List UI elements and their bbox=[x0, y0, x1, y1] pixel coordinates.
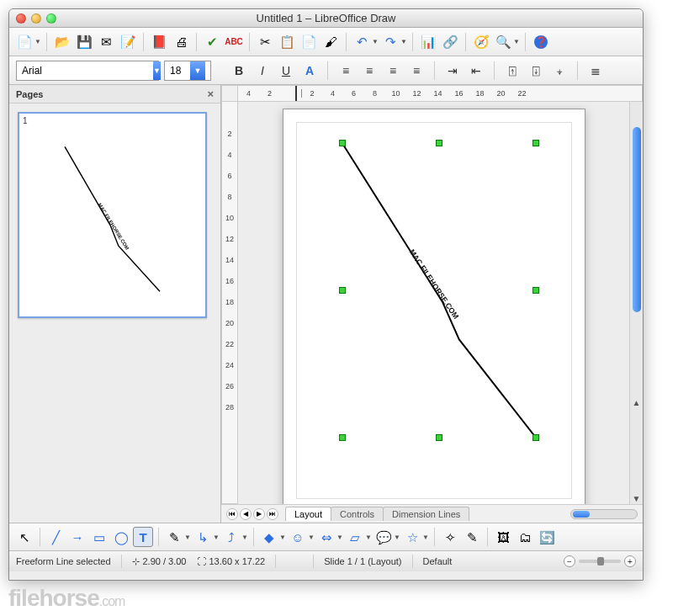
email-button[interactable]: ✉ bbox=[96, 32, 116, 52]
block-arrows-tool[interactable]: ⇔ bbox=[316, 527, 336, 547]
align-right-button[interactable]: ≡ bbox=[384, 61, 402, 80]
font-name-combo[interactable]: ▼ bbox=[16, 61, 159, 81]
drawing-page[interactable]: MAC.FILEHORSE.COM bbox=[283, 109, 585, 504]
dropdown-icon[interactable]: ▼ bbox=[213, 534, 220, 541]
selection-handle[interactable] bbox=[339, 140, 346, 146]
from-file-button[interactable]: 🖼 bbox=[493, 527, 513, 547]
titlebar[interactable]: Untitled 1 – LibreOffice Draw bbox=[9, 9, 643, 28]
last-tab-button[interactable]: ⏭ bbox=[267, 508, 278, 520]
ellipse-tool[interactable]: ◯ bbox=[111, 527, 131, 547]
selection-handle[interactable] bbox=[339, 287, 346, 294]
zoom-in-button[interactable]: + bbox=[624, 555, 636, 567]
dropdown-icon[interactable]: ▼ bbox=[372, 38, 379, 45]
tab-dimension-lines[interactable]: Dimension Lines bbox=[383, 507, 469, 521]
font-name-input[interactable] bbox=[17, 61, 153, 80]
bold-button[interactable]: B bbox=[230, 61, 248, 80]
basic-shapes-tool[interactable]: ◆ bbox=[259, 527, 279, 547]
connector-tool[interactable]: ↳ bbox=[193, 527, 213, 547]
page-thumbnail[interactable]: 1 MAC.FILEHORSE.COM bbox=[18, 112, 207, 318]
close-panel-button[interactable]: × bbox=[207, 88, 214, 100]
export-pdf-button[interactable]: 📕 bbox=[149, 32, 169, 52]
lines-arrows-tool[interactable]: ⤴ bbox=[221, 527, 241, 547]
redo-button[interactable]: ↷ bbox=[380, 32, 400, 52]
dropdown-icon[interactable]: ▼ bbox=[153, 61, 161, 80]
drawing-canvas[interactable]: MAC.FILEHORSE.COM bbox=[283, 109, 585, 504]
rectangle-tool[interactable]: ▭ bbox=[89, 527, 109, 547]
scroll-up-icon[interactable]: ▲ bbox=[633, 396, 641, 408]
selection-handle[interactable] bbox=[436, 434, 442, 441]
chart-button[interactable]: 📊 bbox=[418, 32, 438, 52]
gallery-button[interactable]: 🗂 bbox=[515, 527, 535, 547]
horizontal-ruler[interactable]: 4 2 2 4 6 8 10 12 14 16 18 20 22 bbox=[238, 85, 643, 102]
selection-handle[interactable] bbox=[532, 287, 539, 294]
tab-controls[interactable]: Controls bbox=[331, 507, 384, 521]
increase-indent-button[interactable]: ⇥ bbox=[443, 61, 462, 80]
copy-button[interactable]: 📋 bbox=[277, 32, 297, 52]
font-size-input[interactable] bbox=[165, 61, 190, 80]
undo-button[interactable]: ↶ bbox=[352, 32, 372, 52]
selection-handle[interactable] bbox=[339, 434, 346, 441]
align-top-button[interactable]: ⍐ bbox=[503, 61, 522, 80]
callouts-tool[interactable]: 💬 bbox=[373, 527, 394, 547]
vertical-ruler[interactable]: 2 4 6 8 10 12 14 16 18 20 22 24 26 28 bbox=[221, 102, 238, 504]
auto-spellcheck-button[interactable]: ABC bbox=[224, 32, 244, 52]
zoom-button[interactable]: 🔍 bbox=[493, 32, 513, 52]
dropdown-icon[interactable]: ▼ bbox=[336, 534, 343, 541]
fontwork-button[interactable]: A bbox=[300, 61, 319, 80]
selection-handle[interactable] bbox=[436, 140, 442, 146]
font-size-combo[interactable]: ▼ bbox=[164, 61, 211, 81]
scroll-down-icon[interactable]: ▼ bbox=[633, 492, 641, 504]
selection-handle[interactable] bbox=[532, 434, 539, 441]
pages-thumbnail-area[interactable]: 1 MAC.FILEHORSE.COM bbox=[9, 104, 220, 523]
first-tab-button[interactable]: ⏮ bbox=[226, 508, 238, 520]
align-bottom-button[interactable]: ⍖ bbox=[550, 61, 569, 80]
decrease-indent-button[interactable]: ⇤ bbox=[467, 61, 485, 80]
dropdown-icon[interactable]: ▼ bbox=[34, 38, 41, 45]
close-window-button[interactable] bbox=[16, 13, 26, 24]
align-justify-button[interactable]: ≡ bbox=[407, 61, 426, 80]
save-button[interactable]: 💾 bbox=[74, 32, 94, 52]
zoom-out-button[interactable]: − bbox=[564, 555, 575, 567]
dropdown-icon[interactable]: ▼ bbox=[400, 38, 407, 45]
vertical-scrollbar[interactable]: ▲ ▼ bbox=[629, 102, 643, 504]
new-button[interactable]: 📄 bbox=[14, 32, 34, 52]
status-slide[interactable]: Slide 1 / 1 (Layout) bbox=[324, 556, 401, 566]
format-paintbrush-button[interactable]: 🖌 bbox=[321, 32, 341, 52]
dropdown-icon[interactable]: ▼ bbox=[241, 534, 248, 541]
symbol-shapes-tool[interactable]: ☺ bbox=[288, 527, 308, 547]
print-button[interactable]: 🖨 bbox=[171, 32, 191, 52]
dropdown-icon[interactable]: ▼ bbox=[422, 534, 429, 541]
select-tool[interactable]: ↖ bbox=[14, 527, 34, 547]
horizontal-scrollbar[interactable] bbox=[570, 509, 638, 519]
dropdown-icon[interactable]: ▼ bbox=[308, 534, 315, 541]
hyperlink-button[interactable]: 🔗 bbox=[440, 32, 460, 52]
gluepoints-button[interactable]: ✎ bbox=[462, 527, 482, 547]
stars-tool[interactable]: ☆ bbox=[402, 527, 422, 547]
text-tool[interactable]: T bbox=[133, 527, 153, 547]
italic-button[interactable]: I bbox=[253, 61, 272, 80]
status-layout[interactable]: Default bbox=[423, 556, 453, 566]
bullets-button[interactable]: ≣ bbox=[586, 61, 605, 80]
curve-tool[interactable]: ✎ bbox=[164, 527, 184, 547]
dropdown-icon[interactable]: ▼ bbox=[394, 534, 400, 541]
arrow-tool[interactable]: → bbox=[67, 527, 87, 547]
edit-points-button[interactable]: ✧ bbox=[440, 527, 460, 547]
selection-handle[interactable] bbox=[532, 140, 539, 146]
effects-button[interactable]: 🔄 bbox=[537, 527, 557, 547]
paste-button[interactable]: 📄 bbox=[299, 32, 319, 52]
align-center-button[interactable]: ≡ bbox=[360, 61, 379, 80]
flowchart-tool[interactable]: ▱ bbox=[345, 527, 365, 547]
align-middle-button[interactable]: ⍗ bbox=[527, 61, 545, 80]
underline-button[interactable]: U bbox=[277, 61, 295, 80]
minimize-window-button[interactable] bbox=[31, 13, 41, 24]
page-viewport[interactable]: MAC.FILEHORSE.COM bbox=[238, 102, 629, 504]
dropdown-icon[interactable]: ▼ bbox=[190, 61, 205, 80]
open-button[interactable]: 📂 bbox=[52, 32, 72, 52]
align-left-button[interactable]: ≡ bbox=[336, 61, 355, 80]
zoom-slider[interactable] bbox=[579, 560, 621, 563]
dropdown-icon[interactable]: ▼ bbox=[513, 38, 520, 45]
zoom-window-button[interactable] bbox=[46, 13, 56, 24]
dropdown-icon[interactable]: ▼ bbox=[279, 534, 286, 541]
navigator-button[interactable]: 🧭 bbox=[471, 32, 491, 52]
help-button[interactable]: ❓ bbox=[531, 32, 551, 52]
